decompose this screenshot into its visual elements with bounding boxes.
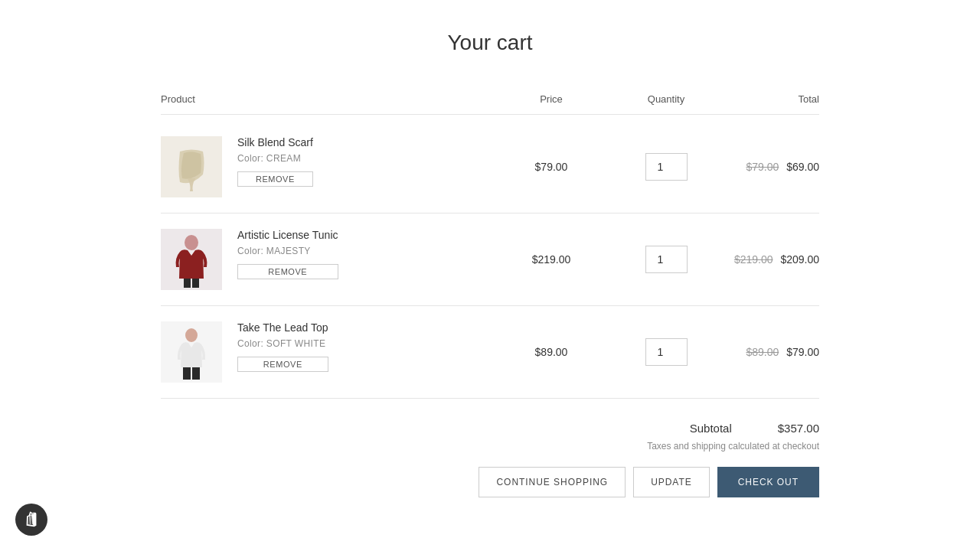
product-variant-1: Color: CREAM bbox=[237, 153, 313, 164]
svg-rect-8 bbox=[192, 367, 200, 380]
header-product: Product bbox=[161, 93, 498, 105]
product-image-1 bbox=[161, 136, 222, 197]
subtotal-section: Subtotal $357.00 Taxes and shipping calc… bbox=[161, 399, 819, 467]
quantity-cell-1 bbox=[605, 153, 727, 181]
header-price: Price bbox=[498, 93, 605, 105]
product-name-2: Artistic License Tunic bbox=[237, 229, 338, 241]
product-image-2 bbox=[161, 229, 222, 290]
total-cell-3: $89.00 $79.00 bbox=[727, 346, 819, 358]
original-price-1: $79.00 bbox=[746, 161, 779, 173]
svg-rect-7 bbox=[183, 367, 191, 380]
discounted-price-1: $69.00 bbox=[786, 161, 819, 173]
remove-button-1[interactable]: REMOVE bbox=[237, 171, 313, 187]
continue-shopping-button[interactable]: CONTINUE SHOPPING bbox=[479, 467, 626, 497]
product-name-1: Silk Blend Scarf bbox=[237, 136, 313, 148]
product-cell-3: Take The Lead Top Color: SOFT WHITE REMO… bbox=[161, 321, 498, 383]
original-price-2: $219.00 bbox=[734, 253, 773, 266]
total-cell-1: $79.00 $69.00 bbox=[727, 161, 819, 173]
quantity-input-2[interactable] bbox=[645, 246, 688, 273]
header-total: Total bbox=[727, 93, 819, 105]
product-info-1: Silk Blend Scarf Color: CREAM REMOVE bbox=[237, 136, 313, 187]
cart-table-header: Product Price Quantity Total bbox=[161, 93, 819, 115]
remove-button-2[interactable]: REMOVE bbox=[237, 264, 338, 279]
total-cell-2: $219.00 $209.00 bbox=[727, 253, 819, 266]
subtotal-value: $357.00 bbox=[778, 422, 819, 435]
product-name-3: Take The Lead Top bbox=[237, 321, 328, 334]
action-buttons: CONTINUE SHOPPING UPDATE CHECK OUT bbox=[161, 467, 819, 513]
subtotal-row: Subtotal $357.00 bbox=[690, 422, 819, 435]
update-button[interactable]: UPDATE bbox=[633, 467, 710, 497]
cart-row-3: Take The Lead Top Color: SOFT WHITE REMO… bbox=[161, 306, 819, 399]
product-image-3 bbox=[161, 321, 222, 383]
svg-point-6 bbox=[185, 328, 198, 342]
checkout-button[interactable]: CHECK OUT bbox=[717, 467, 819, 497]
cart-row-1: Silk Blend Scarf Color: CREAM REMOVE $79… bbox=[161, 121, 819, 214]
discounted-price-2: $209.00 bbox=[780, 253, 819, 266]
shopify-badge[interactable] bbox=[15, 504, 47, 536]
product-variant-2: Color: MAJESTY bbox=[237, 246, 338, 256]
svg-point-2 bbox=[185, 235, 198, 250]
subtotal-label: Subtotal bbox=[690, 422, 732, 435]
page-title: Your cart bbox=[161, 31, 819, 55]
quantity-cell-3 bbox=[605, 338, 727, 366]
product-info-3: Take The Lead Top Color: SOFT WHITE REMO… bbox=[237, 321, 328, 372]
remove-button-3[interactable]: REMOVE bbox=[237, 357, 328, 372]
svg-rect-4 bbox=[192, 279, 199, 288]
price-cell-3: $89.00 bbox=[498, 346, 605, 358]
product-info-2: Artistic License Tunic Color: MAJESTY RE… bbox=[237, 229, 338, 279]
svg-rect-3 bbox=[184, 279, 191, 288]
product-variant-3: Color: SOFT WHITE bbox=[237, 338, 328, 349]
product-cell-2: Artistic License Tunic Color: MAJESTY RE… bbox=[161, 229, 498, 290]
header-quantity: Quantity bbox=[605, 93, 727, 105]
product-cell-1: Silk Blend Scarf Color: CREAM REMOVE bbox=[161, 136, 498, 197]
price-cell-1: $79.00 bbox=[498, 161, 605, 173]
original-price-3: $89.00 bbox=[746, 346, 779, 358]
price-cell-2: $219.00 bbox=[498, 253, 605, 266]
quantity-cell-2 bbox=[605, 246, 727, 273]
cart-row-2: Artistic License Tunic Color: MAJESTY RE… bbox=[161, 214, 819, 306]
quantity-input-3[interactable] bbox=[645, 338, 688, 366]
taxes-note: Taxes and shipping calculated at checkou… bbox=[647, 441, 819, 452]
quantity-input-1[interactable] bbox=[645, 153, 688, 181]
discounted-price-3: $79.00 bbox=[786, 346, 819, 358]
